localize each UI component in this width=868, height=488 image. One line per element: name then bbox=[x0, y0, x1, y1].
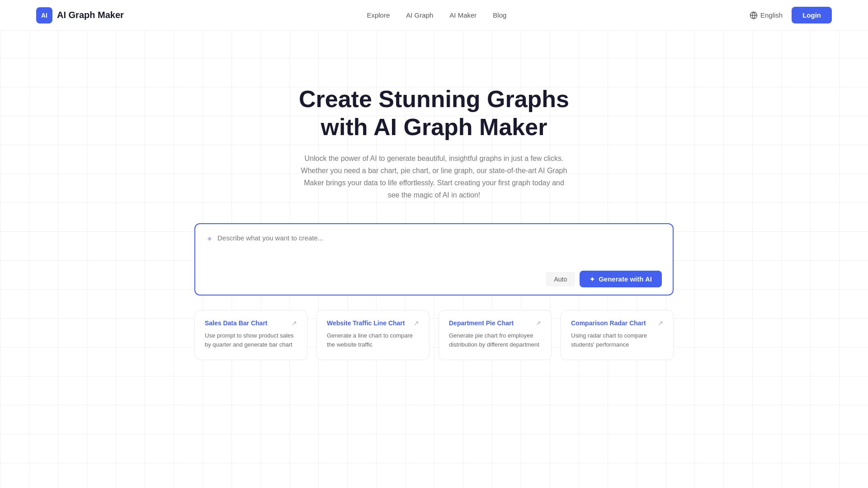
card-arrow-4: ↗ bbox=[658, 319, 663, 327]
example-card-2[interactable]: Website Traffic Line Chart ↗ Generate a … bbox=[316, 310, 429, 360]
card-title-3: Department Pie Chart bbox=[449, 319, 514, 327]
logo[interactable]: AI AI Graph Maker bbox=[36, 7, 124, 23]
example-card-3[interactable]: Department Pie Chart ↗ Generate pie char… bbox=[439, 310, 552, 360]
hero-subtitle: Unlock the power of AI to generate beaut… bbox=[298, 152, 570, 202]
prompt-inner: ✦ Auto ✦ Generate with AI bbox=[206, 233, 662, 288]
nav-links: Explore AI Graph AI Maker Blog bbox=[367, 11, 506, 19]
card-arrow-1: ↗ bbox=[292, 319, 297, 327]
sparkle-icon: ✦ bbox=[206, 234, 213, 244]
card-header-4: Comparison Radar Chart ↗ bbox=[571, 319, 663, 327]
card-desc-4: Using radar chart to compare students' p… bbox=[571, 331, 663, 349]
cards-row: Sales Data Bar Chart ↗ Use prompt to sho… bbox=[194, 310, 674, 360]
language-selector[interactable]: English bbox=[750, 11, 783, 19]
card-header-1: Sales Data Bar Chart ↗ bbox=[205, 319, 297, 327]
card-header-2: Website Traffic Line Chart ↗ bbox=[327, 319, 419, 327]
auto-button[interactable]: Auto bbox=[546, 272, 575, 286]
card-title-1: Sales Data Bar Chart bbox=[205, 319, 268, 327]
globe-icon bbox=[750, 11, 758, 19]
card-desc-2: Generate a line chart to compare the web… bbox=[327, 331, 419, 349]
nav-blog[interactable]: Blog bbox=[493, 11, 506, 19]
nav-ai-graph[interactable]: AI Graph bbox=[406, 11, 433, 19]
prompt-container: ✦ Auto ✦ Generate with AI bbox=[194, 223, 674, 296]
main-content: Create Stunning Graphs with AI Graph Mak… bbox=[0, 31, 868, 387]
generate-label: Generate with AI bbox=[599, 275, 652, 283]
card-desc-3: Generate pie chart fro employee distribu… bbox=[449, 331, 541, 349]
prompt-input[interactable] bbox=[217, 233, 662, 264]
card-title-2: Website Traffic Line Chart bbox=[327, 319, 405, 327]
card-desc-1: Use prompt to show product sales by quar… bbox=[205, 331, 297, 349]
login-button[interactable]: Login bbox=[792, 7, 832, 23]
language-label: English bbox=[760, 11, 783, 19]
nav-explore[interactable]: Explore bbox=[367, 11, 390, 19]
card-header-3: Department Pie Chart ↗ bbox=[449, 319, 541, 327]
navbar: AI AI Graph Maker Explore AI Graph AI Ma… bbox=[0, 0, 868, 31]
example-card-4[interactable]: Comparison Radar Chart ↗ Using radar cha… bbox=[561, 310, 674, 360]
hero-title: Create Stunning Graphs with AI Graph Mak… bbox=[299, 85, 569, 141]
example-card-1[interactable]: Sales Data Bar Chart ↗ Use prompt to sho… bbox=[194, 310, 307, 360]
nav-right: English Login bbox=[750, 7, 832, 23]
card-arrow-3: ↗ bbox=[536, 319, 541, 327]
card-title-4: Comparison Radar Chart bbox=[571, 319, 646, 327]
card-arrow-2: ↗ bbox=[414, 319, 419, 327]
nav-ai-maker[interactable]: AI Maker bbox=[449, 11, 476, 19]
generate-sparkle-icon: ✦ bbox=[590, 276, 595, 283]
logo-text: AI Graph Maker bbox=[57, 10, 124, 20]
logo-icon: AI bbox=[36, 7, 52, 23]
prompt-input-row: ✦ bbox=[206, 233, 662, 264]
generate-button[interactable]: ✦ Generate with AI bbox=[580, 271, 662, 287]
prompt-footer: Auto ✦ Generate with AI bbox=[206, 271, 662, 287]
